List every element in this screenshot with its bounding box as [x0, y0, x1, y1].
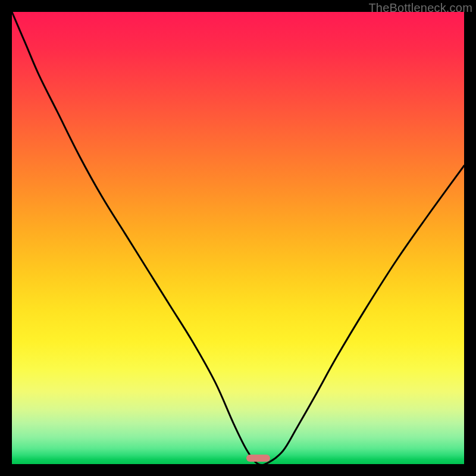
curve-path	[12, 12, 464, 464]
plot-area	[12, 12, 464, 464]
chart-frame: TheBottleneck.com	[0, 0, 476, 476]
watermark-text: TheBottleneck.com	[368, 1, 472, 15]
bottleneck-curve	[12, 12, 464, 464]
optimal-marker	[246, 455, 270, 462]
